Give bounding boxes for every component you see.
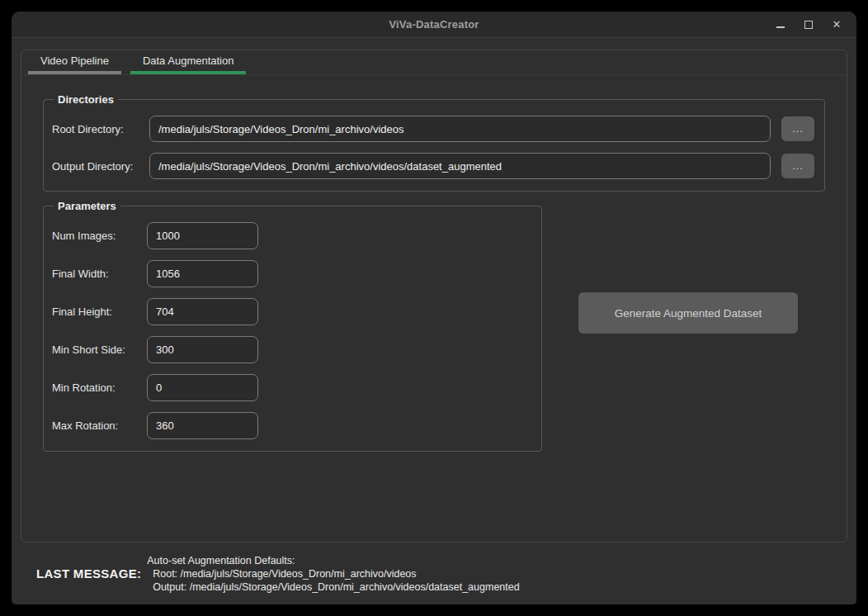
maximize-button[interactable] xyxy=(799,15,818,35)
last-message-text: Auto-set Augmentation Defaults: Root: /m… xyxy=(147,554,519,594)
close-button[interactable]: ✕ xyxy=(827,15,847,35)
output-directory-row: Output Directory: ... xyxy=(52,153,814,179)
content-area: Video Pipeline Data Augmentation Directo… xyxy=(12,38,856,604)
output-directory-input[interactable] xyxy=(149,153,771,179)
data-augmentation-page: Directories Root Directory: ... Output D… xyxy=(21,75,847,543)
max-rotation-input[interactable] xyxy=(147,412,258,439)
directories-legend: Directories xyxy=(54,93,118,106)
min-short-side-input[interactable] xyxy=(147,336,258,363)
final-height-label: Final Height: xyxy=(52,306,147,318)
notebook-panel: Video Pipeline Data Augmentation Directo… xyxy=(21,50,847,543)
min-short-side-row: Min Short Side: xyxy=(52,336,531,363)
num-images-row: Num Images: xyxy=(52,222,531,249)
final-width-label: Final Width: xyxy=(52,268,147,280)
num-images-label: Num Images: xyxy=(52,230,147,242)
output-directory-label: Output Directory: xyxy=(52,160,149,173)
tab-bar: Video Pipeline Data Augmentation xyxy=(21,50,847,75)
minimize-button[interactable] xyxy=(771,15,790,35)
min-rotation-label: Min Rotation: xyxy=(52,381,147,394)
max-rotation-label: Max Rotation: xyxy=(52,419,147,432)
last-message-label: LAST MESSAGE: xyxy=(36,566,141,580)
output-directory-browse-button[interactable]: ... xyxy=(781,154,814,178)
min-rotation-input[interactable] xyxy=(147,374,258,401)
root-directory-browse-button[interactable]: ... xyxy=(781,116,814,141)
maximize-icon xyxy=(804,21,813,29)
min-short-side-label: Min Short Side: xyxy=(52,344,147,356)
tab-video-pipeline[interactable]: Video Pipeline xyxy=(28,50,121,74)
final-height-input[interactable] xyxy=(147,298,258,325)
titlebar[interactable]: ViVa-DataCreator ✕ xyxy=(12,12,856,38)
window-title: ViVa-DataCreator xyxy=(389,18,479,31)
root-directory-input[interactable] xyxy=(149,116,771,142)
status-bar: LAST MESSAGE: Auto-set Augmentation Defa… xyxy=(21,543,847,604)
parameters-group: Parameters Num Images: Final Width: Fina… xyxy=(43,200,542,452)
generate-augmented-dataset-button[interactable]: Generate Augmented Dataset xyxy=(578,292,798,334)
root-directory-label: Root Directory: xyxy=(52,123,149,135)
window-controls: ✕ xyxy=(771,12,847,37)
parameters-legend: Parameters xyxy=(54,200,120,212)
min-rotation-row: Min Rotation: xyxy=(52,374,531,401)
final-width-row: Final Width: xyxy=(52,260,531,287)
final-height-row: Final Height: xyxy=(52,298,531,325)
max-rotation-row: Max Rotation: xyxy=(52,412,531,439)
final-width-input[interactable] xyxy=(147,260,258,287)
app-window: ViVa-DataCreator ✕ Video Pipeline Data A… xyxy=(12,12,856,604)
tab-data-augmentation[interactable]: Data Augmentation xyxy=(130,50,247,74)
directories-group: Directories Root Directory: ... Output D… xyxy=(43,93,825,192)
root-directory-row: Root Directory: ... xyxy=(52,116,814,142)
close-icon: ✕ xyxy=(833,19,842,30)
minimize-icon xyxy=(776,26,785,28)
num-images-input[interactable] xyxy=(147,222,258,249)
